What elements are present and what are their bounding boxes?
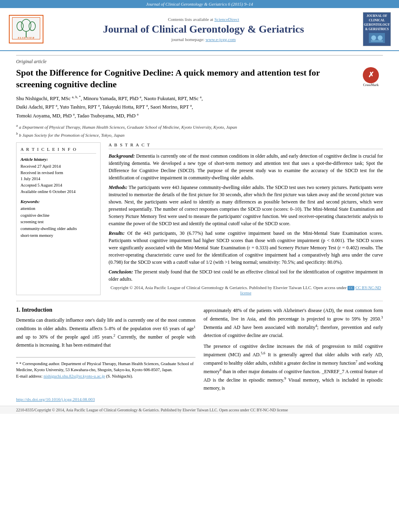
keyword-memory: short-term memory [21,232,96,239]
issn-bar: 2210-8335/Copyright © 2014, Asia Pacific… [0,406,399,414]
svg-point-7 [371,35,376,40]
journal-title: Journal of Clinical Gerontology & Geriat… [52,23,355,35]
abstract-column: A B S T R A C T Background: Dementia is … [109,142,383,295]
body-right-column: approximately 48% of the patients with A… [204,307,383,395]
keyword-attention: attention [21,205,96,212]
section-number: 1. [16,307,21,313]
affiliations: a a Department of Physical Therapy, Huma… [16,123,383,138]
received-date: Received 27 April 2014 [21,163,96,170]
revised-label: Received in revised form [21,170,96,176]
section-divider [16,301,383,301]
section-label: Introduction [22,307,52,313]
corresponding-author-footnote: * * Corresponding author. Department of … [16,361,195,374]
copyright-text: Copyright © 2014, Asia Pacific League of… [111,285,347,290]
intro-paragraph-2: approximately 48% of the patients with A… [204,307,383,339]
article-info-column: A R T I C L E I N F O Article history: R… [16,142,101,295]
issn-text: 2210-8335/Copyright © 2014, Asia Pacific… [16,408,288,412]
abstract-conclusion: Conclusion: The present study found that… [109,268,383,283]
svg-rect-9 [371,40,383,42]
email-footnote: E-mail address: nishiguchi.shu.82s@st.ky… [16,373,195,380]
crossmark-label: CrossMark [359,83,383,87]
online-date: Available online 6 October 2014 [21,189,96,195]
article-history: Article history: Received 27 April 2014 … [21,157,96,195]
abstract-methods: Methods: The participants were 443 Japan… [109,184,383,227]
authors-list: Shu Nishiguchi, RPT, MSc a, b, *, Minoru… [16,94,383,119]
homepage-link[interactable]: www.e-jcgg.com [206,37,236,42]
affiliation-a: a a Department of Physical Therapy, Huma… [16,123,383,130]
sciencedirect-link[interactable]: ScienceDirect [214,17,239,22]
abstract-results: Results: Of the 443 participants, 30 (6.… [109,230,383,266]
article-section: Original article Spot the Difference for… [0,51,399,295]
affiliation-b: b b Japan Society for the Promotion of S… [16,131,383,138]
body-content: 1. Introduction Dementia can drastically… [0,307,399,395]
article-info-header: A R T I C L E I N F O [21,147,96,154]
journal-header: ELSEVIER Contents lists available at Sci… [0,8,399,51]
journal-homepage: journal homepage: www.e-jcgg.com [52,37,355,42]
intro-paragraph-3: The presence of cognitive decline increa… [204,343,383,392]
sciencedirect-line: Contents lists available at ScienceDirec… [52,17,355,22]
abstract-background: Background: Dementia is currently one of… [109,152,383,181]
crossmark-badge[interactable]: ✗ CrossMark [359,67,383,87]
intro-paragraph-1: Dementia can drastically influence one's… [16,316,195,349]
revised-date: 1 July 2014 [21,176,96,182]
article-info-abstract-cols: A R T I C L E I N F O Article history: R… [16,142,383,295]
body-left-column: 1. Introduction Dementia can drastically… [16,307,195,395]
doi-link[interactable]: http://dx.doi.org/10.1016/j.jcgg.2014.08… [16,397,383,402]
elsevier-logo-text: ELSEVIER [9,15,43,43]
history-label: Article history: [21,157,96,162]
accepted-date: Accepted 5 August 2014 [21,182,96,189]
introduction-section-title: 1. Introduction [16,307,195,313]
svg-point-8 [378,35,383,40]
journal-citation-bar: Journal of Clinical Gerontology & Geriat… [0,0,399,8]
svg-text:ELSEVIER: ELSEVIER [17,36,35,39]
copyright-line: Copyright © 2014, Asia Pacific League of… [109,285,383,295]
keyword-screening: screening test [21,219,96,226]
crossmark-icon: ✗ [363,67,379,83]
elsevier-logo: ELSEVIER [8,15,44,43]
citation-text: Journal of Clinical Gerontology & Geriat… [146,2,253,6]
email-link[interactable]: nishiguchi.shu.82s@st.kyoto-u.ac.jp [43,374,105,378]
keyword-cognitive-decline: cognitive decline [21,212,96,219]
keywords-section: Keywords: attention cognitive decline sc… [21,199,96,239]
abstract-header: A B S T R A C T [109,142,383,149]
journal-cover-image: JOURNAL OF CLINICAL GERONTOLOGY & GERIAT… [363,12,391,46]
cc-license-badge: CC [348,286,354,290]
footnotes-section: * * Corresponding author. Department of … [16,357,195,380]
journal-center-header: Contents lists available at ScienceDirec… [44,17,363,42]
keyword-community: community-dwelling older adults [21,226,96,232]
article-type-label: Original article [16,55,383,65]
keywords-label: Keywords: [21,199,96,204]
article-title: Spot the Difference for Cognitive Declin… [16,67,383,90]
